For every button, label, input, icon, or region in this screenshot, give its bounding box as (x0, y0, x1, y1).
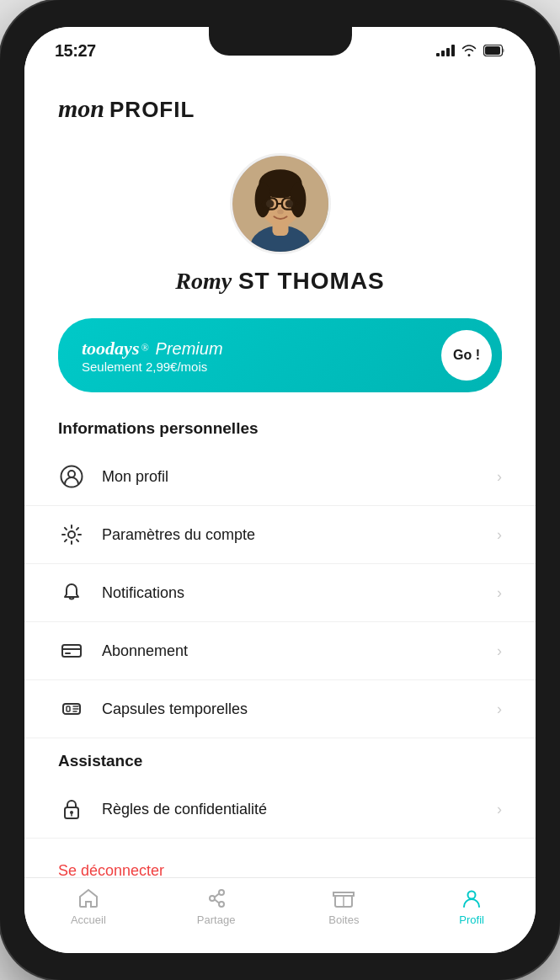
parametres-label: Paramètres du compte (102, 526, 497, 544)
page-header: mon PROFIL (24, 74, 536, 136)
premium-text: toodays® Premium Seulement 2,99€/mois (82, 338, 223, 374)
menu-item-parametres[interactable]: Paramètres du compte › (24, 506, 536, 564)
mon-profil-label: Mon profil (102, 468, 497, 486)
menu-item-mon-profil[interactable]: Mon profil › (24, 448, 536, 506)
bottom-nav: Accueil Partage (24, 877, 536, 953)
chevron-right-icon: › (497, 642, 502, 660)
home-icon (77, 887, 100, 910)
svg-rect-1 (485, 46, 500, 55)
svg-line-36 (215, 900, 219, 903)
premium-brand: toodays® (82, 338, 149, 360)
wifi-icon (461, 45, 477, 56)
settings-icon (58, 521, 85, 548)
profil-icon (460, 887, 483, 910)
title-mon: mon (58, 94, 104, 123)
nav-label-partage: Partage (197, 913, 236, 926)
svg-point-32 (210, 896, 215, 901)
battery-icon (483, 45, 505, 56)
user-icon (58, 463, 85, 490)
chevron-right-icon: › (497, 584, 502, 602)
menu-item-confidentialite[interactable]: Règles de confidentialité › (24, 780, 536, 839)
svg-rect-25 (67, 706, 70, 711)
menu-item-capsules[interactable]: Capsules temporelles › (24, 680, 536, 738)
user-lastname: ST THOMAS (238, 268, 385, 294)
section-header-assistance: Assistance (24, 745, 536, 780)
premium-label: Premium (156, 339, 223, 359)
nav-item-accueil[interactable]: Accueil (24, 887, 152, 926)
status-time: 15:27 (55, 41, 96, 61)
phone-frame: 15:27 (0, 0, 560, 980)
scroll-content: mon PROFIL (24, 74, 536, 953)
phone-screen: 15:27 (24, 27, 536, 953)
svg-rect-21 (62, 645, 81, 657)
svg-point-16 (285, 200, 293, 208)
svg-point-34 (219, 902, 224, 907)
nav-item-boites[interactable]: Boites (280, 887, 408, 926)
lock-icon (58, 796, 85, 823)
bell-icon (58, 579, 85, 606)
svg-point-15 (265, 200, 274, 208)
svg-line-35 (215, 894, 219, 897)
go-button[interactable]: Go ! (441, 330, 492, 381)
menu-item-abonnement[interactable]: Abonnement › (24, 622, 536, 680)
avatar[interactable] (230, 153, 331, 254)
title-profil: PROFIL (109, 97, 195, 123)
user-firstname: Romy (175, 268, 232, 294)
status-icons (436, 45, 505, 56)
share-icon (205, 887, 228, 910)
nav-item-partage[interactable]: Partage (152, 887, 280, 926)
user-name-section: Romy ST THOMAS (24, 268, 536, 312)
nav-label-profil: Profil (459, 913, 484, 926)
chevron-right-icon: › (497, 468, 502, 486)
avatar-image (232, 153, 328, 254)
svg-point-20 (68, 531, 75, 538)
card-icon (58, 637, 85, 664)
svg-point-33 (219, 890, 224, 895)
chevron-right-icon: › (497, 700, 502, 718)
chevron-right-icon: › (497, 801, 502, 818)
svg-point-17 (277, 210, 284, 215)
menu-item-notifications[interactable]: Notifications › (24, 564, 536, 622)
capsule-icon (58, 695, 85, 722)
disconnect-button[interactable]: Se déconnecter (58, 862, 164, 879)
section-header-info: Informations personnelles (24, 413, 536, 448)
notch (209, 27, 352, 56)
nav-label-accueil: Accueil (71, 913, 106, 926)
svg-point-9 (290, 182, 306, 217)
avatar-section (24, 136, 536, 268)
notifications-label: Notifications (102, 584, 497, 602)
nav-item-profil[interactable]: Profil (408, 887, 536, 926)
page-title-row: mon PROFIL (58, 94, 502, 123)
nav-label-boites: Boites (328, 913, 359, 926)
chevron-right-icon: › (497, 526, 502, 544)
status-bar: 15:27 (24, 27, 536, 74)
premium-price: Seulement 2,99€/mois (82, 360, 223, 374)
premium-banner[interactable]: toodays® Premium Seulement 2,99€/mois Go… (58, 318, 502, 392)
signal-icon (436, 45, 455, 56)
svg-point-39 (468, 892, 476, 899)
capsules-label: Capsules temporelles (102, 700, 497, 718)
abonnement-label: Abonnement (102, 642, 497, 660)
box-icon (332, 887, 355, 910)
svg-point-19 (68, 471, 75, 477)
confidentialite-label: Règles de confidentialité (102, 801, 497, 818)
